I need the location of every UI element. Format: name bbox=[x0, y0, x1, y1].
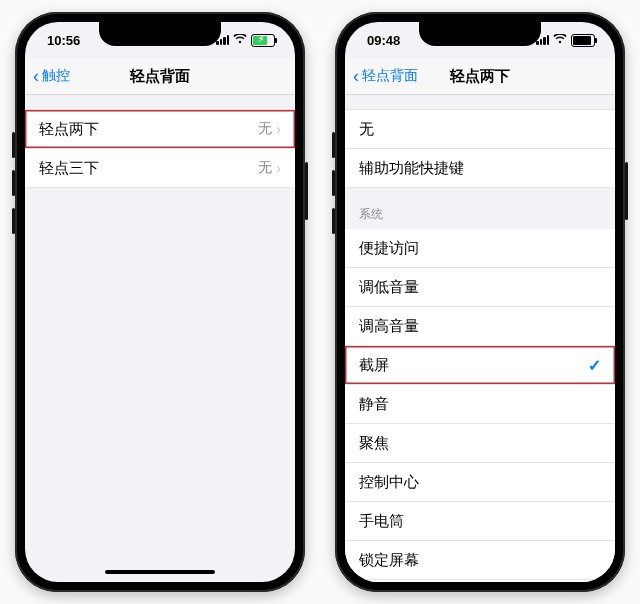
row-label: 调低音量 bbox=[359, 278, 419, 297]
row-label: 轻点三下 bbox=[39, 159, 99, 178]
chevron-left-icon: ‹ bbox=[33, 67, 39, 85]
phone-right: 09:48 ‹ 轻点背面 轻点两下 无辅助功能快捷键 系统 便捷访问调低音量调高… bbox=[335, 12, 625, 592]
chevron-right-icon: › bbox=[276, 160, 281, 176]
list-row[interactable]: 便捷访问 bbox=[345, 229, 615, 268]
back-button[interactable]: ‹ 轻点背面 bbox=[353, 67, 418, 85]
list-row[interactable]: 静音 bbox=[345, 385, 615, 424]
list-row[interactable]: 调高音量 bbox=[345, 307, 615, 346]
list-row[interactable]: 手电筒 bbox=[345, 502, 615, 541]
back-label: 轻点背面 bbox=[362, 67, 418, 85]
nav-bar: ‹ 触控 轻点背面 bbox=[25, 58, 295, 95]
nav-title: 轻点背面 bbox=[130, 67, 190, 86]
notch bbox=[99, 22, 221, 46]
content: 无辅助功能快捷键 系统 便捷访问调低音量调高音量截屏✓静音聚焦控制中心手电筒锁定… bbox=[345, 95, 615, 582]
list-row[interactable]: 截屏✓ bbox=[345, 346, 615, 385]
row-label: 控制中心 bbox=[359, 473, 419, 492]
list-row[interactable]: 辅助功能快捷键 bbox=[345, 149, 615, 187]
list-row[interactable]: 锁定屏幕 bbox=[345, 541, 615, 580]
row-value: 无› bbox=[258, 120, 281, 138]
screen: 10:56 ⚡︎ ‹ 触控 轻点背面 轻点两下无›轻点三下无› bbox=[25, 22, 295, 582]
row-label: 轻点两下 bbox=[39, 120, 99, 139]
row-label: 调高音量 bbox=[359, 317, 419, 336]
list-row[interactable]: 轻点三下无› bbox=[25, 149, 295, 187]
screen: 09:48 ‹ 轻点背面 轻点两下 无辅助功能快捷键 系统 便捷访问调低音量调高… bbox=[345, 22, 615, 582]
phone-left: 10:56 ⚡︎ ‹ 触控 轻点背面 轻点两下无›轻点三下无› bbox=[15, 12, 305, 592]
list-group-system: 便捷访问调低音量调高音量截屏✓静音聚焦控制中心手电筒锁定屏幕锁定屏幕旋转通知中心… bbox=[345, 229, 615, 582]
list-row[interactable]: 无 bbox=[345, 110, 615, 149]
status-time: 09:48 bbox=[367, 33, 400, 48]
row-label: 便捷访问 bbox=[359, 239, 419, 258]
status-time: 10:56 bbox=[47, 33, 80, 48]
home-indicator[interactable] bbox=[25, 562, 295, 582]
status-right: ⚡︎ bbox=[216, 33, 275, 47]
list-row[interactable]: 轻点两下无› bbox=[25, 110, 295, 149]
wifi-icon bbox=[553, 33, 567, 47]
list-row[interactable]: 聚焦 bbox=[345, 424, 615, 463]
battery-icon bbox=[571, 34, 595, 47]
notch bbox=[419, 22, 541, 46]
row-label: 截屏 bbox=[359, 356, 389, 375]
back-button[interactable]: ‹ 触控 bbox=[33, 67, 70, 85]
status-right bbox=[536, 33, 595, 47]
list-group: 轻点两下无›轻点三下无› bbox=[25, 109, 295, 188]
row-label: 聚焦 bbox=[359, 434, 389, 453]
row-value: 无› bbox=[258, 159, 281, 177]
nav-bar: ‹ 轻点背面 轻点两下 bbox=[345, 58, 615, 95]
row-label: 静音 bbox=[359, 395, 389, 414]
row-label: 锁定屏幕 bbox=[359, 551, 419, 570]
back-label: 触控 bbox=[42, 67, 70, 85]
battery-icon: ⚡︎ bbox=[251, 34, 275, 47]
list-group: 无辅助功能快捷键 bbox=[345, 109, 615, 188]
content: 轻点两下无›轻点三下无› bbox=[25, 95, 295, 562]
chevron-right-icon: › bbox=[276, 121, 281, 137]
row-label: 手电筒 bbox=[359, 512, 404, 531]
wifi-icon bbox=[233, 33, 247, 47]
row-label: 辅助功能快捷键 bbox=[359, 159, 464, 178]
checkmark-icon: ✓ bbox=[588, 356, 601, 375]
section-header: 系统 bbox=[345, 188, 615, 229]
list-row[interactable]: 锁定屏幕旋转 bbox=[345, 580, 615, 582]
nav-title: 轻点两下 bbox=[450, 67, 510, 86]
list-row[interactable]: 调低音量 bbox=[345, 268, 615, 307]
list-row[interactable]: 控制中心 bbox=[345, 463, 615, 502]
chevron-left-icon: ‹ bbox=[353, 67, 359, 85]
row-label: 无 bbox=[359, 120, 374, 139]
